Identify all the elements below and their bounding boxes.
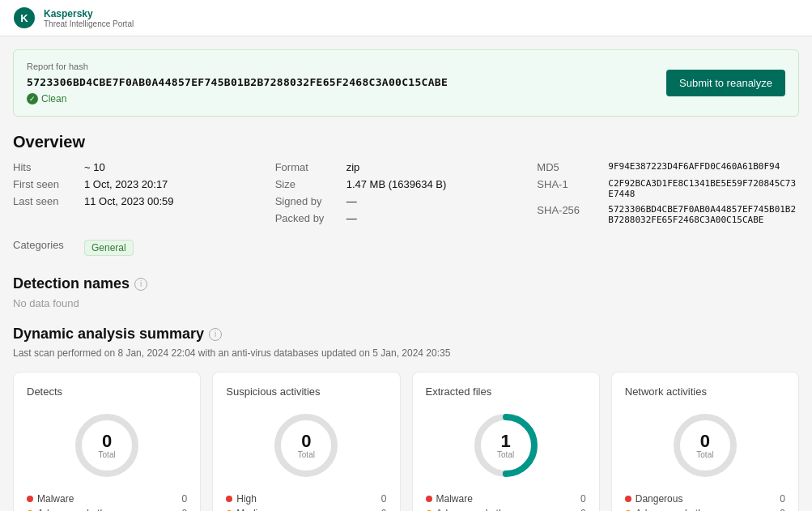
legend-label: Malware <box>37 493 74 505</box>
donut-center: 1 Total <box>497 432 514 459</box>
legend-label: Medium <box>236 508 271 511</box>
brand-name: Kaspersky <box>44 8 134 19</box>
format-value: zip <box>346 161 360 173</box>
hash-value: 5723306BD4CBE7F0AB0A44857EF745B01B2B7288… <box>27 76 448 88</box>
dynamic-analysis-title: Dynamic analysis summary <box>13 326 204 343</box>
card-legend: Malware 0 Adware and other 0 Clean 1 <box>426 493 586 511</box>
hits-value: ~ 10 <box>84 161 105 173</box>
md5-row: MD5 9F94E387223D4F6AFFD0C460A61B0F94 <box>537 161 799 173</box>
signed-by-value: — <box>346 195 357 207</box>
hash-status-label: Clean <box>41 93 66 104</box>
hits-label: Hits <box>13 161 78 173</box>
donut-total-label: Total <box>99 450 116 459</box>
legend-count: 0 <box>381 508 387 511</box>
card-legend: Malware 0 Adware and other 0 <box>27 493 187 511</box>
card-detects: Detects 0 Total Malware 0 Adware <box>13 372 201 511</box>
overview-col-3: MD5 9F94E387223D4F6AFFD0C460A61B0F94 SHA… <box>537 161 799 225</box>
donut-container: 1 Total <box>426 409 586 482</box>
sha256-value: 5723306BD4CBE7F0AB0A44857EF745B01B2B7288… <box>608 204 799 225</box>
dynamic-analysis-header: Dynamic analysis summary i <box>13 326 799 343</box>
legend-item: Malware 0 <box>27 493 187 505</box>
signed-by-row: Signed by — <box>275 195 538 207</box>
card-extracted: Extracted files 1 Total Malware 0 <box>412 372 600 511</box>
donut-center: 0 Total <box>99 432 116 459</box>
legend-label: High <box>236 493 257 505</box>
legend-label: Adware and other <box>37 508 114 511</box>
legend-item: Dangerous 0 <box>625 493 785 505</box>
overview-grid: Hits ~ 10 First seen 1 Oct, 2023 20:17 L… <box>13 161 799 225</box>
legend-item: Malware 0 <box>426 493 586 505</box>
detection-names-title: Detection names <box>13 275 130 292</box>
legend-count: 0 <box>780 493 785 505</box>
legend-item: Adware and other 0 <box>625 508 785 511</box>
donut-wrap: 0 Total <box>669 409 742 482</box>
size-value: 1.47 MB (1639634 B) <box>346 178 447 190</box>
legend-count: 0 <box>381 493 387 505</box>
card-title: Extracted files <box>426 385 586 398</box>
legend-count: 0 <box>182 508 188 511</box>
donut-number: 1 <box>497 432 514 450</box>
legend-count: 0 <box>780 508 785 511</box>
card-legend: Dangerous 0 Adware and other 0 Good 0 <box>625 493 785 511</box>
sha256-row: SHA-256 5723306BD4CBE7F0AB0A44857EF745B0… <box>537 204 799 225</box>
overview-title: Overview <box>13 133 799 151</box>
signed-by-label: Signed by <box>275 195 340 207</box>
sha256-label: SHA-256 <box>537 204 602 225</box>
donut-total-label: Total <box>497 450 514 459</box>
legend-count: 0 <box>580 508 586 511</box>
legend-item: High 0 <box>226 493 386 505</box>
overview-col-2: Format zip Size 1.47 MB (1639634 B) Sign… <box>275 161 538 225</box>
legend-count: 0 <box>580 493 586 505</box>
packed-by-label: Packed by <box>275 212 340 224</box>
donut-number: 0 <box>298 432 315 450</box>
md5-value: 9F94E387223D4F6AFFD0C460A61B0F94 <box>608 161 780 173</box>
categories-row: Categories General <box>13 233 799 256</box>
clean-status-icon <box>27 93 38 104</box>
categories-label: Categories <box>13 239 78 251</box>
card-network: Network activities 0 Total Dangerous 0 <box>611 372 799 511</box>
kaspersky-logo-icon: K <box>13 6 36 29</box>
dynamic-analysis-info-icon[interactable]: i <box>209 328 222 341</box>
sha1-row: SHA-1 C2F92BCA3D1FE8C1341BE5E59F720845C7… <box>537 178 799 199</box>
donut-wrap: 0 Total <box>70 409 143 482</box>
dynamic-analysis-section: Dynamic analysis summary i Last scan per… <box>13 326 799 511</box>
card-legend: High 0 Medium 0 Low 0 <box>226 493 386 511</box>
detection-names-info-icon[interactable]: i <box>134 278 147 291</box>
first-seen-value: 1 Oct, 2023 20:17 <box>84 178 168 190</box>
hash-status: Clean <box>27 93 448 104</box>
donut-number: 0 <box>99 432 116 450</box>
card-title: Suspicious activities <box>226 385 386 398</box>
scan-info: Last scan performed on 8 Jan, 2024 22:04… <box>13 347 799 359</box>
format-row: Format zip <box>275 161 538 173</box>
donut-wrap: 0 Total <box>270 409 342 482</box>
reanalyze-button[interactable]: Submit to reanalyze <box>666 70 785 96</box>
legend-label: Dangerous <box>636 493 683 505</box>
svg-text:K: K <box>20 12 28 24</box>
legend-label: Adware and other <box>436 508 513 511</box>
donut-number: 0 <box>696 432 713 450</box>
brand-sub: Threat Intelligence Portal <box>44 19 134 28</box>
donut-container: 0 Total <box>226 409 386 482</box>
legend-dot <box>226 496 232 502</box>
detection-names-section: Detection names i No data found <box>13 275 799 309</box>
donut-center: 0 Total <box>696 432 713 459</box>
category-badge[interactable]: General <box>84 240 134 256</box>
donut-center: 0 Total <box>298 432 315 459</box>
legend-label: Malware <box>436 493 473 505</box>
card-suspicious: Suspicious activities 0 Total High 0 <box>212 372 400 511</box>
donut-wrap: 1 Total <box>470 409 542 482</box>
hash-label: Report for hash <box>27 62 448 71</box>
detection-names-no-data: No data found <box>13 297 79 309</box>
legend-dot <box>625 496 631 502</box>
donut-container: 0 Total <box>27 409 187 482</box>
last-seen-value: 11 Oct, 2023 00:59 <box>84 195 174 207</box>
size-row: Size 1.47 MB (1639634 B) <box>275 178 538 190</box>
overview-col-1: Hits ~ 10 First seen 1 Oct, 2023 20:17 L… <box>13 161 275 225</box>
first-seen-row: First seen 1 Oct, 2023 20:17 <box>13 178 275 190</box>
card-title: Detects <box>27 385 187 398</box>
packed-by-value: — <box>346 212 357 224</box>
donut-total-label: Total <box>298 450 315 459</box>
legend-dot <box>426 496 432 502</box>
format-label: Format <box>275 161 340 173</box>
hash-banner-left: Report for hash 5723306BD4CBE7F0AB0A4485… <box>27 62 448 104</box>
